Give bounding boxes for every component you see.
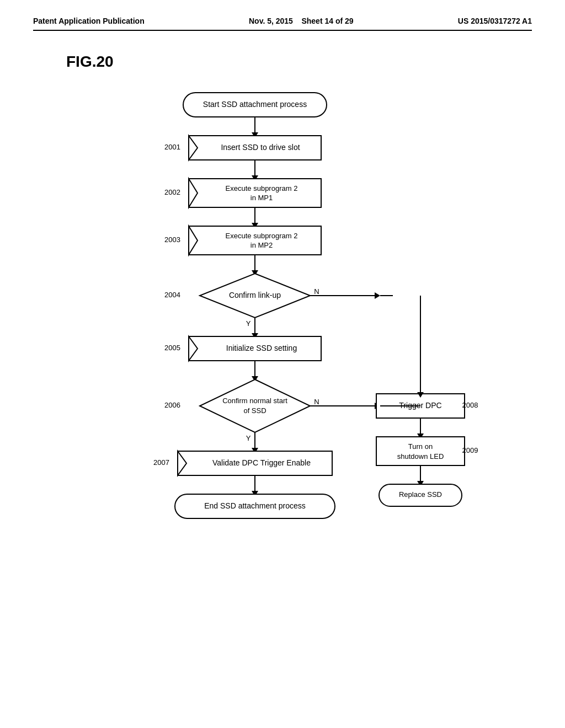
2009-node [376, 437, 465, 465]
page-header: Patent Application Publication Nov. 5, 2… [33, 17, 532, 31]
2002-label1: Execute subprogram 2 [226, 184, 298, 192]
header-date-sheet: Nov. 5, 2015 Sheet 14 of 29 [249, 17, 354, 25]
2005-step: 2005 [164, 344, 180, 352]
header-patent-number: US 2015/0317272 A1 [458, 17, 532, 25]
2005-label: Initialize SSD setting [226, 344, 297, 352]
2003-step: 2003 [164, 235, 180, 244]
header-sheet: Sheet 14 of 29 [301, 17, 353, 25]
2008-label: Trigger DPC [399, 401, 441, 410]
flowchart: Start SSD attachment process Insert SSD … [33, 87, 532, 639]
end-label: End SSD attachment process [204, 501, 306, 510]
2007-label: Validate DPC Trigger Enable [212, 458, 311, 467]
2006-step: 2006 [164, 401, 180, 409]
2006-label1: Confirm normal start [222, 397, 287, 405]
header-publication: Patent Application Publication [33, 17, 145, 25]
flowchart-svg: Start SSD attachment process Insert SSD … [67, 87, 498, 639]
arrowhead-2004-n [375, 292, 380, 299]
2002-label2: in MP1 [250, 194, 273, 202]
2004-label: Confirm link-up [229, 291, 281, 299]
2004-y-label: Y [246, 319, 251, 328]
2007-step: 2007 [153, 458, 169, 467]
2003-label1: Execute subprogram 2 [226, 232, 298, 240]
2002-node [189, 179, 321, 207]
2009-step: 2009 [462, 446, 478, 454]
page: Patent Application Publication Nov. 5, 2… [0, 0, 565, 728]
2001-step: 2001 [164, 143, 180, 151]
start-label: Start SSD attachment process [203, 100, 307, 109]
2009-label2: shutdown LED [397, 452, 444, 461]
2006-node [200, 379, 310, 432]
2006-y-label: Y [246, 434, 251, 442]
figure-title: FIG.20 [66, 53, 532, 71]
2004-step: 2004 [164, 291, 180, 299]
2003-label2: in MP2 [250, 241, 273, 249]
header-date: Nov. 5, 2015 [249, 17, 293, 25]
2004-n-label: N [314, 287, 319, 296]
2009-label1: Turn on [408, 442, 433, 451]
2003-node [189, 226, 321, 255]
2002-step: 2002 [164, 188, 180, 196]
replace-label: Replace SSD [399, 490, 442, 499]
2001-label: Insert SSD to drive slot [221, 143, 300, 152]
2006-label2: of SSD [243, 406, 266, 415]
2008-step: 2008 [462, 401, 478, 409]
2006-n-label: N [314, 398, 319, 406]
